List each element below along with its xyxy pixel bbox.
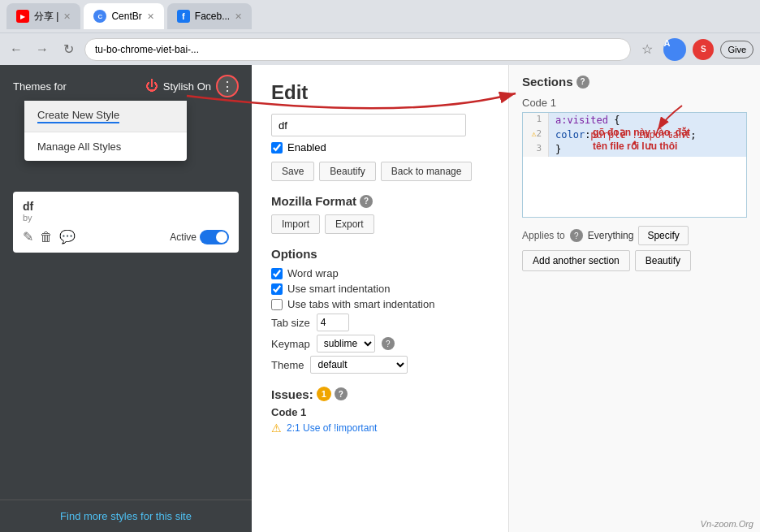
bookmark-icon[interactable]: ☆ xyxy=(637,40,657,59)
action-buttons: Save Beautify Back to manage xyxy=(271,162,489,181)
manage-all-styles-item[interactable]: Manage All Styles xyxy=(24,132,187,161)
sections-title: Sections xyxy=(522,75,573,89)
edit-panel: Edit Enabled Save Beautify Back to manag… xyxy=(252,65,508,532)
tab-size-label: Tab size xyxy=(271,317,310,329)
page-title: Edit xyxy=(271,81,489,104)
enabled-label: Enabled xyxy=(287,141,326,154)
delete-icon[interactable]: 🗑 xyxy=(40,230,53,244)
issue-count-badge: 1 xyxy=(317,387,331,401)
vn-annotation: gõ đoạn này vào, đặt tên file rồi lưu th… xyxy=(593,126,690,154)
sidebar-content: df by ✎ 🗑 💬 Active xyxy=(0,172,252,266)
find-more-link[interactable]: Find more styles for this site xyxy=(0,500,252,532)
tab-centbr-close[interactable]: ✕ xyxy=(147,11,154,22)
line-num-1: 1 xyxy=(523,113,549,128)
create-new-style-item[interactable]: Create New Style xyxy=(24,101,187,132)
browser-tabs: 分享 | ✕ C CentBr ✕ f Faceb... ✕ xyxy=(0,0,760,32)
address-input[interactable] xyxy=(84,38,631,61)
smart-indent-label: Use smart indentation xyxy=(287,283,390,295)
youtube-icon xyxy=(16,10,29,23)
profile-avatar[interactable]: A xyxy=(663,38,686,61)
extension-icon[interactable]: S xyxy=(693,39,714,60)
toggle-thumb xyxy=(216,231,227,243)
refresh-button[interactable]: ↻ xyxy=(58,40,78,59)
tabs-smart-label: Use tabs with smart indentation xyxy=(287,298,434,310)
issues-info-icon[interactable]: ? xyxy=(335,387,348,400)
options-section: Options Word wrap Use smart indentation … xyxy=(271,247,489,374)
tabs-smart-checkbox[interactable] xyxy=(271,299,283,310)
style-name-input[interactable] xyxy=(271,114,466,136)
issues-title: Issues: 1 ? xyxy=(271,387,489,401)
keymap-info-icon[interactable]: ? xyxy=(382,337,395,350)
applies-info-icon[interactable]: ? xyxy=(570,229,583,242)
smart-indent-checkbox[interactable] xyxy=(271,283,283,295)
tab-facebook[interactable]: f Faceb... ✕ xyxy=(167,3,252,29)
sections-code-label: Code 1 xyxy=(522,97,747,109)
sections-header: Sections ? xyxy=(522,75,747,89)
tab-youtube-close[interactable]: ✕ xyxy=(63,11,71,22)
dropdown-menu: Create New Style Manage All Styles xyxy=(24,101,187,161)
word-wrap-checkbox[interactable] xyxy=(271,268,283,279)
tab-youtube-label: 分享 | xyxy=(34,10,58,24)
active-toggle[interactable]: Active xyxy=(170,230,229,244)
forward-button[interactable]: → xyxy=(32,40,52,59)
tab-size-input[interactable] xyxy=(317,314,349,331)
tab-size-row: Tab size xyxy=(271,314,489,331)
chrome-icon: C xyxy=(93,10,106,23)
word-wrap-option: Word wrap xyxy=(271,267,489,279)
applies-to-value: Everything xyxy=(588,230,634,241)
tab-youtube[interactable]: 分享 | ✕ xyxy=(6,3,80,29)
specify-button[interactable]: Specify xyxy=(638,226,688,245)
create-new-style-label: Create New Style xyxy=(37,109,119,123)
export-button[interactable]: Export xyxy=(325,214,374,234)
tabs-smart-option: Use tabs with smart indentation xyxy=(271,298,489,310)
style-item-name: df xyxy=(23,200,229,213)
style-item-author: by xyxy=(23,213,229,223)
line-num-3: 3 xyxy=(523,142,549,157)
keymap-select[interactable]: sublime xyxy=(317,335,375,353)
issues-code-label: Code 1 xyxy=(271,406,489,418)
save-button[interactable]: Save xyxy=(271,162,314,181)
word-wrap-label: Word wrap xyxy=(287,267,339,279)
keymap-label: Keymap xyxy=(271,338,310,350)
style-item: df by ✎ 🗑 💬 Active xyxy=(13,192,239,253)
add-section-button[interactable]: Add another section xyxy=(522,250,630,271)
sections-beautify-button[interactable]: Beautify xyxy=(635,250,691,271)
warning-icon: ⚠ xyxy=(271,422,282,435)
tab-facebook-label: Faceb... xyxy=(195,11,230,22)
applies-to-row: Applies to ? Everything Specify xyxy=(522,226,747,245)
give-button[interactable]: Give xyxy=(720,41,754,58)
import-button[interactable]: Import xyxy=(271,214,320,234)
section-buttons: Add another section Beautify xyxy=(522,250,747,271)
edit-icon[interactable]: ✎ xyxy=(23,229,33,244)
tab-facebook-close[interactable]: ✕ xyxy=(235,11,242,22)
stylish-on-label: Stylish On xyxy=(163,80,211,93)
mozilla-info-icon[interactable]: ? xyxy=(360,195,373,208)
issues-section: Issues: 1 ? Code 1 ⚠ 2:1 Use of !importa… xyxy=(271,387,489,435)
smart-indent-option: Use smart indentation xyxy=(271,283,489,295)
enabled-row: Enabled xyxy=(271,141,489,154)
style-actions: ✎ 🗑 💬 Active xyxy=(23,229,229,244)
back-button[interactable]: ← xyxy=(6,40,26,59)
toggle-track[interactable] xyxy=(200,230,229,244)
theme-select[interactable]: default xyxy=(310,356,408,374)
back-to-manage-button[interactable]: Back to manage xyxy=(381,162,473,181)
beautify-button[interactable]: Beautify xyxy=(319,162,375,181)
manage-all-styles-label: Manage All Styles xyxy=(37,141,121,153)
more-menu-button[interactable]: ⋮ xyxy=(216,75,239,97)
import-export-buttons: Import Export xyxy=(271,214,489,234)
active-label: Active xyxy=(170,231,196,243)
applies-to-label: Applies to xyxy=(522,230,565,241)
watermark: Vn-zoom.Org xyxy=(701,519,754,529)
enabled-checkbox[interactable] xyxy=(271,142,283,154)
tab-centbr[interactable]: C CentBr ✕ xyxy=(84,3,163,29)
sections-info-icon[interactable]: ? xyxy=(576,76,589,89)
line-num-2: ⚠2 xyxy=(523,128,549,142)
facebook-icon: f xyxy=(177,10,190,23)
theme-row: Theme default xyxy=(271,356,489,374)
sidebar: Themes for ⏻ Stylish On ⋮ Create New Sty… xyxy=(0,65,252,532)
mozilla-format-title: Mozilla Format ? xyxy=(271,194,489,208)
issue-text[interactable]: 2:1 Use of !important xyxy=(287,422,377,434)
comment-icon[interactable]: 💬 xyxy=(59,229,76,244)
issue-row: ⚠ 2:1 Use of !important xyxy=(271,422,489,435)
theme-label: Theme xyxy=(271,359,304,371)
